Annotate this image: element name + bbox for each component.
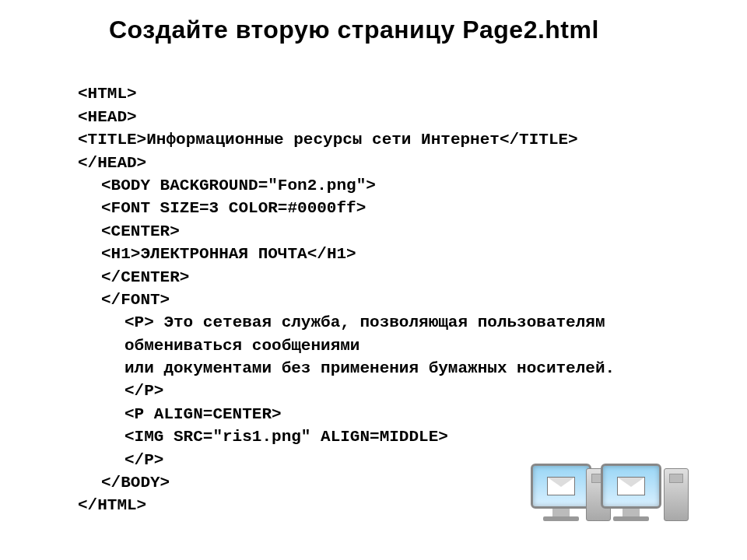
code-line: </CENTER>: [101, 268, 189, 286]
code-line: </P>: [124, 451, 163, 469]
code-line: <P> Это сетевая служба, позволяющая поль…: [124, 313, 605, 331]
code-line: </HTML>: [78, 496, 146, 514]
code-line: <TITLE>Информационные ресурсы сети Интер…: [78, 131, 578, 149]
code-line: <BODY BACKGROUND="Fon2.png">: [101, 177, 376, 194]
pc-tower-icon: [664, 468, 689, 521]
monitor-icon: [531, 464, 591, 521]
slide: Создайте вторую страницу Page2.html <HTM…: [0, 0, 747, 540]
mail-icon: [547, 477, 575, 495]
mail-icon: [617, 477, 645, 495]
code-line: <IMG SRC="ris1.png" ALIGN=MIDDLE>: [124, 428, 448, 446]
code-line: </HEAD>: [78, 154, 146, 172]
code-line: <HTML>: [78, 85, 137, 103]
code-line: <HEAD>: [78, 108, 137, 126]
code-line: <H1>ЭЛЕКТРОННАЯ ПОЧТА</H1>: [101, 245, 356, 263]
code-line: </P>: [124, 382, 163, 400]
code-line: </BODY>: [101, 474, 170, 492]
code-line: обмениваться сообщениями: [124, 337, 359, 355]
page-title: Создайте вторую страницу Page2.html: [109, 16, 747, 44]
code-line: </FONT>: [101, 291, 170, 309]
code-line: или документами без применения бумажных …: [124, 359, 615, 377]
code-line: <FONT SIZE=3 COLOR=#0000ff>: [101, 199, 366, 217]
monitor-icon: [601, 464, 661, 521]
code-line: <P ALIGN=CENTER>: [124, 405, 282, 423]
code-line: <CENTER>: [101, 222, 180, 240]
